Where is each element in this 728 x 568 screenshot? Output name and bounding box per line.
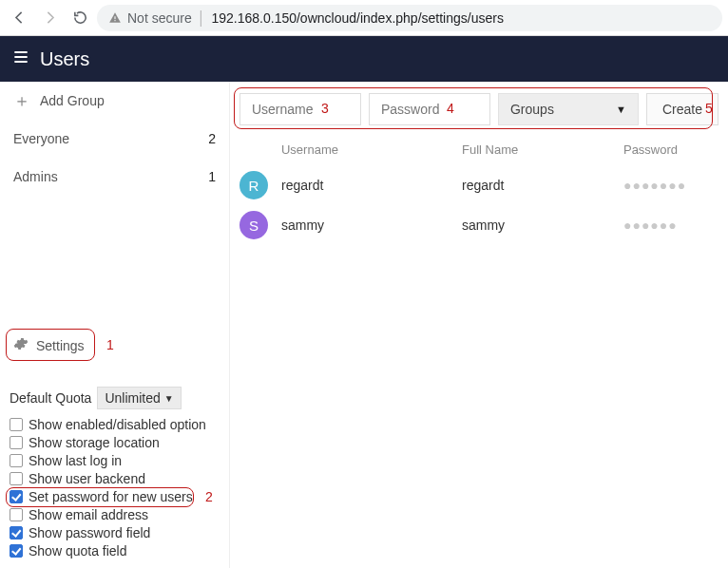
create-button[interactable]: Create	[646, 93, 718, 125]
add-group-button[interactable]: ＋ Add Group	[0, 82, 229, 120]
settings-option-label: Show storage location	[29, 435, 160, 450]
placeholder: Password	[381, 102, 439, 117]
col-password: Password	[623, 142, 718, 157]
checkbox-icon	[10, 454, 23, 467]
checkbox-icon	[10, 526, 23, 540]
default-quota-dropdown[interactable]: Unlimited ▼	[97, 387, 181, 409]
sidebar-item-count: 2	[208, 131, 216, 146]
checkbox-icon	[10, 472, 23, 485]
settings-option-label: Show enabled/disabled option	[29, 417, 206, 432]
main-content: Username Password Groups ▼ Create 3 4 5 …	[230, 82, 728, 568]
avatar: S	[239, 211, 268, 239]
cell-username: regardt	[281, 178, 462, 193]
settings-option-label: Show last log in	[29, 453, 122, 468]
app-header: Users	[0, 36, 728, 82]
page-title: Users	[40, 48, 89, 70]
sidebar-item-everyone[interactable]: Everyone 2	[0, 120, 229, 158]
default-quota-label: Default Quota	[10, 390, 91, 406]
avatar: R	[239, 171, 268, 199]
add-group-label: Add Group	[40, 93, 105, 108]
plus-icon: ＋	[13, 89, 30, 112]
create-label: Create	[662, 102, 702, 117]
caret-down-icon: ▼	[616, 104, 626, 115]
settings-option[interactable]: Show user backend	[10, 471, 220, 486]
settings-option[interactable]: Show storage location	[10, 435, 220, 450]
col-username: Username	[281, 142, 462, 157]
groups-label: Groups	[510, 102, 554, 117]
checkbox-icon	[10, 490, 23, 503]
sidebar-item-admins[interactable]: Admins 1	[0, 158, 229, 196]
new-password-input[interactable]: Password	[369, 93, 490, 125]
settings-option-label: Show password field	[29, 525, 150, 540]
table-header: Username Full Name Password	[230, 133, 728, 165]
settings-option[interactable]: Show quota field	[10, 543, 220, 559]
table-row[interactable]: Rregardtregardt●●●●●●●	[230, 165, 728, 205]
checkbox-icon	[10, 508, 23, 521]
settings-option-label: Show user backend	[29, 471, 145, 486]
forward-button[interactable]	[36, 5, 63, 31]
svg-rect-0	[114, 16, 115, 19]
create-user-toolbar: Username Password Groups ▼ Create 3 4 5	[230, 82, 728, 133]
cell-fullname: regardt	[462, 178, 623, 193]
settings-option[interactable]: Show password field	[10, 525, 220, 540]
cell-password: ●●●●●●●	[623, 178, 718, 193]
address-bar[interactable]: Not secure │ 192.168.0.150/owncloud/inde…	[97, 5, 722, 31]
address-url: 192.168.0.150/owncloud/index.php/setting…	[211, 10, 503, 26]
address-divider: │	[198, 10, 206, 26]
settings-label: Settings	[36, 338, 85, 353]
reload-button[interactable]	[67, 5, 93, 31]
settings-option[interactable]: Show last log in	[10, 453, 220, 468]
cell-fullname: sammy	[462, 218, 623, 233]
settings-option-label: Show quota field	[29, 543, 127, 559]
table-row[interactable]: Ssammysammy●●●●●●	[230, 205, 728, 245]
settings-option[interactable]: Show email address	[10, 507, 220, 522]
new-username-input[interactable]: Username	[239, 93, 361, 125]
checkbox-icon	[10, 418, 23, 431]
settings-option[interactable]: Set password for new users2	[10, 489, 220, 504]
svg-rect-1	[114, 20, 115, 21]
new-groups-dropdown[interactable]: Groups ▼	[498, 93, 639, 125]
users-table: Username Full Name Password Rregardtrega…	[230, 133, 728, 245]
settings-option-label: Set password for new users	[29, 489, 193, 504]
default-quota-value: Unlimited	[105, 390, 160, 406]
col-fullname: Full Name	[462, 142, 623, 157]
gear-icon	[13, 336, 29, 354]
sidebar-item-label: Everyone	[13, 131, 69, 146]
cell-username: sammy	[281, 218, 462, 233]
checkbox-icon	[10, 436, 23, 449]
settings-option[interactable]: Show enabled/disabled option	[10, 417, 220, 432]
browser-toolbar: Not secure │ 192.168.0.150/owncloud/inde…	[0, 0, 728, 36]
back-button[interactable]	[6, 5, 32, 31]
cell-password: ●●●●●●	[623, 218, 718, 233]
default-quota-row: Default Quota Unlimited ▼	[0, 381, 229, 415]
menu-icon[interactable]	[11, 47, 30, 70]
placeholder: Username	[252, 102, 314, 117]
sidebar: ＋ Add Group Everyone 2 Admins 1 Settings…	[0, 82, 230, 568]
settings-toggle[interactable]: Settings	[0, 327, 229, 364]
annotation-number-2: 2	[205, 489, 213, 504]
not-secure-label: Not secure	[127, 10, 192, 26]
caret-down-icon: ▼	[164, 393, 174, 404]
sidebar-item-label: Admins	[13, 169, 58, 184]
not-secure-icon	[108, 11, 122, 25]
sidebar-item-count: 1	[208, 169, 216, 184]
checkbox-icon	[10, 544, 23, 558]
settings-option-label: Show email address	[29, 507, 148, 522]
